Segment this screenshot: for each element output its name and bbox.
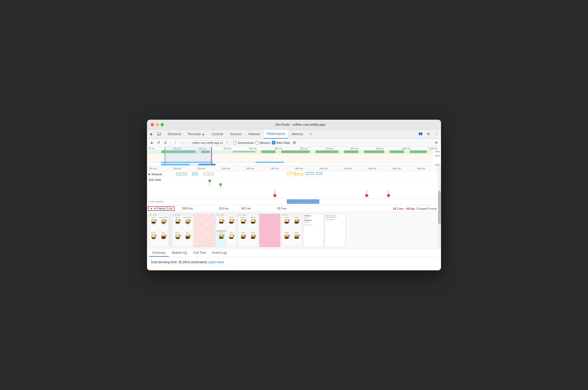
screenshot-pink[interactable] bbox=[259, 214, 280, 247]
overview-panel[interactable]: 50 ms 150 ms 250 ms 350 ms 450 ms 550 ms… bbox=[147, 147, 441, 166]
net-req-2[interactable] bbox=[192, 173, 198, 175]
svg-rect-13 bbox=[410, 150, 427, 153]
net-req-1[interactable] bbox=[176, 173, 187, 175]
net-bar-2 bbox=[198, 164, 216, 165]
tab-sources[interactable]: Sources bbox=[227, 130, 245, 139]
screenshot-6[interactable]: Americano $7.00 x 1 Cappuccino $19.00 x … bbox=[303, 214, 324, 247]
frame-time-1: 33.3 ms bbox=[219, 207, 228, 210]
sc-nav-3: menucart (0) bbox=[216, 214, 237, 216]
tab-network[interactable]: Network bbox=[245, 130, 263, 139]
devtools-window: DevTools - coffee-cart.netlify.app/ Elem… bbox=[147, 120, 441, 270]
frame-separator-1 bbox=[170, 214, 170, 247]
cursor-icon[interactable] bbox=[149, 131, 155, 137]
tab-call-tree[interactable]: Call Tree bbox=[190, 249, 209, 257]
maximize-button[interactable] bbox=[161, 123, 164, 126]
sc-nav-5: menucart bbox=[281, 214, 302, 216]
bottom-content: Total blocking time: 35.29ms (estimated)… bbox=[147, 257, 441, 270]
net-req-7[interactable] bbox=[306, 172, 314, 175]
reload-button[interactable]: ↺ bbox=[156, 140, 161, 145]
learn-more-link[interactable]: Learn more bbox=[208, 260, 224, 264]
window-title: DevTools - coffee-cart.netlify.app/ bbox=[164, 123, 437, 127]
screenshot-4[interactable]: menucart (1) Cappuccino Cappuccino bbox=[238, 214, 259, 247]
tab-recorder[interactable]: Recorder ▲ bbox=[185, 130, 208, 139]
tick-200: 200 ms bbox=[197, 166, 221, 171]
screenshot-2[interactable]: menucart (0) Espresso $10.00 Espresso Ma… bbox=[172, 214, 193, 247]
scrollbar-thumb[interactable] bbox=[438, 191, 441, 224]
chat-icon[interactable]: 1 bbox=[417, 131, 424, 137]
svg-rect-11 bbox=[364, 150, 384, 153]
long-task-block-1[interactable] bbox=[287, 199, 319, 204]
session-select[interactable]: coffee-cart.netlify.app #1 bbox=[190, 140, 228, 145]
more-icon[interactable]: ⋮ bbox=[433, 131, 439, 137]
frame-time-0: 150.0 ms bbox=[182, 207, 193, 210]
web-vitals-label: Web Vitals bbox=[147, 177, 171, 181]
svg-rect-8 bbox=[281, 150, 310, 153]
screenshots-checkbox-label[interactable]: Screenshots bbox=[233, 141, 254, 144]
upload-button[interactable]: ↑ bbox=[173, 140, 178, 145]
network-track: ▶ Network bbox=[147, 171, 441, 177]
tab-summary[interactable]: Summary bbox=[149, 249, 169, 257]
fps-chart bbox=[147, 150, 433, 154]
net-req-5[interactable] bbox=[287, 172, 295, 175]
ruler-ticks: 100 ms 150 ms 200 ms 250 ms 300 ms 350 m… bbox=[147, 166, 441, 171]
network-label-text: Network bbox=[151, 173, 162, 176]
download-button[interactable]: ↓ bbox=[180, 140, 185, 145]
dock-icon[interactable] bbox=[156, 131, 162, 137]
long-tasks-track: LONG TASKS bbox=[147, 198, 441, 205]
net-row-overview: NET bbox=[147, 163, 433, 166]
screenshot-3[interactable]: menucart (0) Cappuccino Cappuccino bbox=[216, 214, 237, 247]
tab-bar-right: 1 ⚙ ⋮ bbox=[417, 131, 439, 137]
tick-500: 500 ms bbox=[343, 166, 368, 171]
dropped-frame-ms: 16.7 ms ~ 60 fps bbox=[393, 207, 415, 210]
session-selector-wrap[interactable]: coffee-cart.netlify.app #1 bbox=[190, 140, 228, 145]
svg-rect-9 bbox=[316, 150, 338, 153]
vertical-scrollbar[interactable] bbox=[438, 166, 441, 249]
tab-elements[interactable]: Elements bbox=[165, 130, 184, 139]
sc-grid-4: Cappuccino Cappuccino Flat White bbox=[238, 216, 258, 247]
screenshots-checkbox[interactable] bbox=[233, 141, 237, 144]
toolbar-settings-icon[interactable]: ⚙ bbox=[434, 140, 439, 145]
tab-performance[interactable]: Performance bbox=[264, 130, 288, 139]
sc-nav-2: menucart (0) bbox=[172, 214, 193, 216]
toolbar-separator-3 bbox=[231, 141, 231, 145]
trash-button[interactable]: 🗑 bbox=[292, 140, 297, 145]
web-vitals-checkbox-label[interactable]: Web Vitals bbox=[272, 141, 290, 144]
screenshot-hatched[interactable] bbox=[194, 214, 215, 247]
tab-more[interactable]: » bbox=[307, 130, 315, 139]
cpu-label: CPU bbox=[435, 155, 440, 157]
screenshot-5[interactable]: menucart Cappuccino Flat White bbox=[281, 214, 302, 247]
long-tasks-label: LONG TASKS bbox=[147, 201, 171, 203]
clear-button[interactable]: ⊘ bbox=[163, 140, 168, 145]
summary-text: Total blocking time: 35.29ms (estimated) bbox=[151, 260, 207, 264]
memory-checkbox-label[interactable]: Memory bbox=[255, 141, 270, 144]
close-button[interactable] bbox=[151, 123, 154, 126]
web-vitals-track: Web Vitals LS bbox=[147, 177, 441, 198]
screenshot-7[interactable]: Americano $7.00 x 1 Cappuccino $19.00 x … bbox=[325, 214, 346, 247]
tab-bottom-up[interactable]: Bottom-Up bbox=[169, 249, 190, 257]
sc-grid-1: Espresso $10.00 Espresso Macchiato $12.0… bbox=[148, 216, 169, 247]
record-button[interactable]: ● bbox=[149, 140, 154, 145]
net-bar-overview2 bbox=[255, 162, 284, 163]
long-tasks-label-text: LONG TASKS bbox=[149, 201, 163, 203]
net-req-4[interactable] bbox=[208, 173, 214, 175]
net-req-6[interactable] bbox=[295, 173, 303, 175]
settings-icon[interactable]: ⚙ bbox=[425, 131, 432, 137]
tab-memory[interactable]: Memory bbox=[288, 130, 306, 139]
tab-event-log[interactable]: Event Log bbox=[209, 249, 230, 257]
sc-nav-1: menucart (0) bbox=[148, 214, 169, 216]
svg-rect-4 bbox=[161, 150, 196, 153]
frames-header: ▼ ▼ Frames 3 ms 150.0 ms 33.3 ms 83.3 ms… bbox=[147, 205, 441, 212]
frames-label-box: ▼ ▼ Frames 3 ms bbox=[148, 206, 175, 211]
tick-150: 150 ms bbox=[172, 166, 197, 171]
timeline-ruler: 100 ms 150 ms 200 ms 250 ms 300 ms 350 m… bbox=[147, 166, 441, 171]
memory-checkbox[interactable] bbox=[255, 141, 259, 144]
ls-marker-2: LS bbox=[365, 191, 368, 198]
web-vitals-checkbox[interactable] bbox=[272, 141, 275, 144]
tab-console[interactable]: Console bbox=[209, 130, 227, 139]
screenshots-strip[interactable]: menucart (0) Espresso $10.00 Espresso Ma… bbox=[147, 212, 441, 249]
net-req-8[interactable] bbox=[317, 172, 322, 175]
minimize-button[interactable] bbox=[156, 123, 159, 126]
screenshot-1[interactable]: menucart (0) Espresso $10.00 Espresso Ma… bbox=[148, 214, 169, 247]
network-label[interactable]: ▶ Network bbox=[147, 173, 171, 176]
tick-400: 400 ms bbox=[295, 166, 319, 171]
